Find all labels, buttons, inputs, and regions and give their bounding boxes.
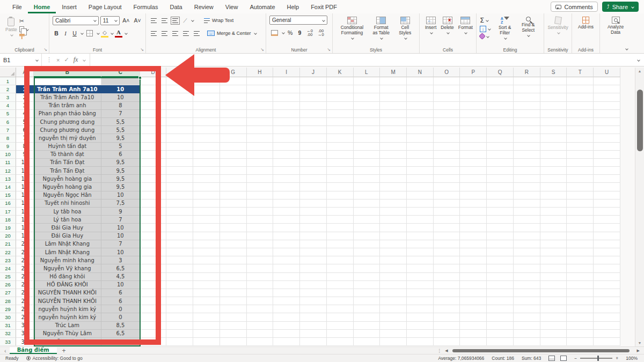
- cell-C28[interactable]: 6: [101, 297, 140, 305]
- cell-A9[interactable]: 8: [16, 143, 34, 151]
- cell-R7[interactable]: [514, 126, 540, 134]
- cell-A29[interactable]: 28: [16, 305, 34, 313]
- cell-H20[interactable]: [247, 232, 274, 240]
- vertical-scrollbar[interactable]: ▲ ▼: [635, 68, 644, 346]
- cell-R1[interactable]: [514, 77, 540, 85]
- cell-N19[interactable]: [407, 224, 434, 232]
- more-options-icon[interactable]: ⋮: [46, 56, 52, 63]
- row-header-16[interactable]: 16: [0, 200, 16, 208]
- cell-R16[interactable]: [514, 200, 540, 208]
- cell-H30[interactable]: [247, 313, 274, 321]
- cell-P9[interactable]: [460, 143, 487, 151]
- format-cells-button[interactable]: Format: [456, 16, 475, 35]
- scroll-up-icon[interactable]: ▲: [638, 68, 642, 75]
- cell-O8[interactable]: [434, 134, 460, 142]
- row-header-28[interactable]: 28: [0, 297, 16, 305]
- cell-M32[interactable]: [380, 330, 407, 338]
- cell-R2[interactable]: [514, 85, 540, 93]
- sheet-nav-left-icon[interactable]: ‹: [0, 348, 10, 354]
- cell-E9[interactable]: [166, 143, 193, 151]
- cell-L15[interactable]: [354, 191, 380, 200]
- cell-F32[interactable]: [193, 330, 220, 338]
- cell-O24[interactable]: [434, 264, 460, 272]
- cell-D19[interactable]: [140, 224, 167, 232]
- cell-I27[interactable]: [273, 289, 300, 297]
- cell-D26[interactable]: [140, 281, 167, 289]
- cell-I32[interactable]: [273, 330, 300, 338]
- cell-F17[interactable]: [193, 208, 220, 216]
- cell-Q33[interactable]: [487, 338, 514, 346]
- cell-E23[interactable]: [166, 256, 193, 264]
- cell-H24[interactable]: [247, 264, 274, 272]
- cell-I2[interactable]: [273, 85, 300, 93]
- cell-C21[interactable]: 7: [101, 240, 140, 248]
- cell-H5[interactable]: [247, 110, 274, 118]
- cell-H25[interactable]: [247, 273, 274, 281]
- cell-U3[interactable]: [594, 93, 620, 101]
- cell-K30[interactable]: [327, 313, 354, 321]
- cell-N4[interactable]: [407, 102, 434, 110]
- row-header-32[interactable]: 32: [0, 330, 16, 338]
- cell-P22[interactable]: [460, 248, 487, 256]
- cell-N12[interactable]: [407, 167, 434, 175]
- bold-button[interactable]: B: [53, 29, 60, 38]
- cell-P31[interactable]: [460, 322, 487, 330]
- cell-R9[interactable]: [514, 143, 540, 151]
- cell-Q29[interactable]: [487, 305, 514, 313]
- row-header-29[interactable]: 29: [0, 305, 16, 313]
- cell-K11[interactable]: [327, 159, 354, 167]
- cell-F8[interactable]: [193, 134, 220, 142]
- cell-H13[interactable]: [247, 175, 274, 183]
- cell-S32[interactable]: [540, 330, 567, 338]
- cell-U10[interactable]: [594, 151, 620, 159]
- cell-J12[interactable]: [300, 167, 327, 175]
- cell-E14[interactable]: [166, 183, 193, 191]
- cell-H23[interactable]: [247, 256, 274, 264]
- cell-I4[interactable]: [273, 102, 300, 110]
- cell-M14[interactable]: [380, 183, 407, 191]
- cell-U8[interactable]: [594, 134, 620, 142]
- cell-G4[interactable]: [220, 102, 247, 110]
- tab-help[interactable]: Help: [281, 0, 305, 13]
- cell-K2[interactable]: [327, 85, 354, 93]
- cell-S2[interactable]: [540, 85, 567, 93]
- cell-S15[interactable]: [540, 191, 567, 200]
- cell-T12[interactable]: [567, 167, 594, 175]
- cell-O1[interactable]: [434, 77, 460, 85]
- cell-P3[interactable]: [460, 93, 487, 101]
- cell-D4[interactable]: [140, 102, 167, 110]
- row-header-12[interactable]: 12: [0, 167, 16, 175]
- cell-K21[interactable]: [327, 240, 354, 248]
- cell-F14[interactable]: [193, 183, 220, 191]
- cell-P7[interactable]: [460, 126, 487, 134]
- cell-I30[interactable]: [273, 313, 300, 321]
- row-header-7[interactable]: 7: [0, 126, 16, 134]
- cell-J14[interactable]: [300, 183, 327, 191]
- cell-A11[interactable]: 10: [16, 159, 34, 167]
- alignment-dialog-launcher[interactable]: ↘: [260, 47, 264, 52]
- row-header-6[interactable]: 6: [0, 118, 16, 126]
- cell-S17[interactable]: [540, 208, 567, 216]
- clipboard-dialog-launcher[interactable]: ↘: [43, 47, 47, 52]
- cell-A22[interactable]: 21: [16, 248, 34, 256]
- cancel-entry-button[interactable]: ×: [56, 57, 60, 63]
- row-header-21[interactable]: 21: [0, 240, 16, 248]
- cell-O26[interactable]: [434, 281, 460, 289]
- cell-K32[interactable]: [327, 330, 354, 338]
- cell-P6[interactable]: [460, 118, 487, 126]
- cell-H8[interactable]: [247, 134, 274, 142]
- row-header-23[interactable]: 23: [0, 256, 16, 264]
- scroll-right-icon[interactable]: ▶: [637, 349, 640, 353]
- column-header-R[interactable]: R: [514, 68, 540, 77]
- cell-M12[interactable]: [380, 167, 407, 175]
- cell-T5[interactable]: [567, 110, 594, 118]
- cell-L21[interactable]: [354, 240, 380, 248]
- cell-O32[interactable]: [434, 330, 460, 338]
- cell-E20[interactable]: [166, 232, 193, 240]
- cell-S3[interactable]: [540, 93, 567, 101]
- cell-I29[interactable]: [273, 305, 300, 313]
- row-header-19[interactable]: 19: [0, 224, 16, 232]
- cell-L26[interactable]: [354, 281, 380, 289]
- cell-I28[interactable]: [273, 297, 300, 305]
- cell-B32[interactable]: Nguyễn Thùy Lâm: [34, 330, 101, 338]
